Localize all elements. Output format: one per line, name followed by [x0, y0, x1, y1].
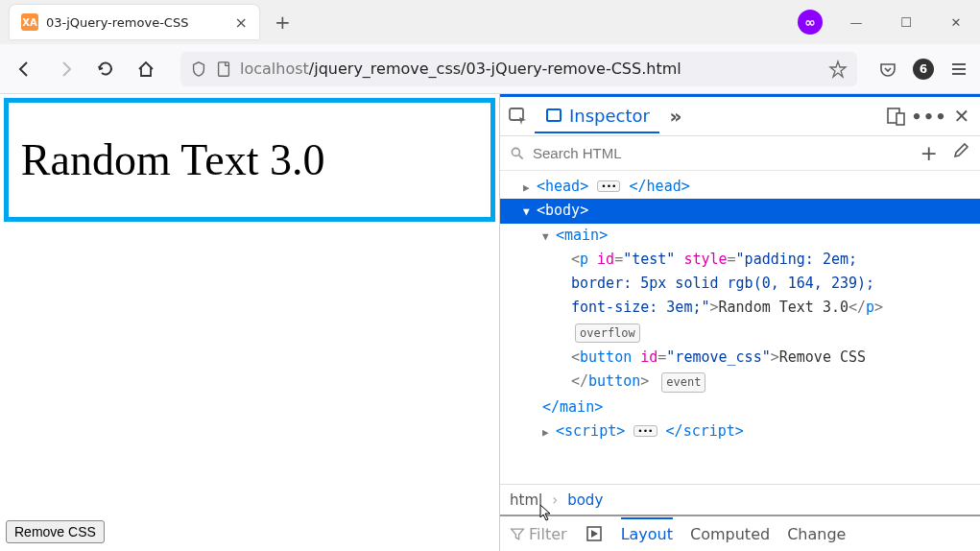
back-button[interactable] [12, 56, 38, 83]
chevron-right-icon: › [552, 491, 558, 509]
devtools-bottom-tabs: Filter Layout Computed Change [500, 515, 980, 551]
shield-icon [190, 60, 207, 78]
remove-css-button[interactable]: Remove CSS [6, 520, 105, 543]
bookmark-star-icon[interactable] [828, 60, 848, 79]
svg-rect-4 [896, 113, 904, 125]
new-tab-button[interactable]: + [267, 7, 299, 37]
tab-title: 03-jQuery-remove-CSS [46, 15, 235, 30]
filter-styles[interactable]: Filter [510, 525, 567, 543]
tab-inspector[interactable]: Inspector [535, 100, 659, 133]
menu-icon[interactable] [949, 60, 968, 79]
page-viewport: Random Text 3.0 Remove CSS [0, 94, 499, 551]
dom-tree[interactable]: ▶<head> ••• </head> ▼<body> ▼<main> <p i… [500, 171, 980, 484]
minimize-icon[interactable]: — [840, 9, 872, 36]
url-text: localhost/jquery_remove_css/03-jQuery-re… [240, 60, 681, 78]
pick-element-icon[interactable] [508, 106, 529, 127]
maximize-icon[interactable]: ☐ [890, 9, 922, 36]
crumb-html[interactable]: html [510, 491, 542, 509]
tab-changes[interactable]: Change [787, 525, 846, 543]
svg-point-5 [512, 148, 519, 156]
browser-tab[interactable]: XA 03-jQuery-remove-CSS × [10, 5, 259, 39]
address-bar[interactable]: localhost/jquery_remove_css/03-jQuery-re… [180, 52, 857, 86]
browser-toolbar: localhost/jquery_remove_css/03-jQuery-re… [0, 44, 980, 94]
pocket-icon[interactable] [878, 60, 897, 79]
tree-button-element[interactable]: <button id="remove_css">Remove CSS [500, 346, 980, 370]
more-tabs-icon[interactable]: » [665, 106, 686, 127]
devtools-search-bar: + [500, 136, 980, 171]
tree-p-element[interactable]: <p id="test" style="padding: 2em; [500, 248, 980, 272]
reload-button[interactable] [92, 56, 119, 83]
svg-rect-0 [219, 61, 229, 75]
toggle-pseudo-icon[interactable] [585, 524, 604, 543]
tab-layout[interactable]: Layout [621, 517, 673, 543]
filter-icon [510, 526, 525, 541]
responsive-icon[interactable] [886, 106, 907, 127]
page-icon [215, 60, 232, 78]
close-devtools-icon[interactable]: ✕ [951, 106, 972, 127]
devtools-tabs: Inspector » ••• ✕ [500, 94, 980, 136]
tree-p-line3[interactable]: font-size: 3em;">Random Text 3.0</p> [500, 296, 980, 320]
tree-button-close[interactable]: </button> event [500, 370, 980, 395]
tree-head[interactable]: ▶<head> ••• </head> [500, 175, 980, 199]
tree-script[interactable]: ▶<script> ••• </script> [500, 419, 980, 443]
rendered-text: Random Text 3.0 [21, 133, 478, 186]
notification-badge[interactable]: 6 [913, 59, 934, 80]
window-titlebar: XA 03-jQuery-remove-CSS × + ∞ — ☐ ✕ [0, 0, 980, 44]
crumb-body[interactable]: body [567, 491, 603, 509]
extension-icon[interactable]: ∞ [798, 10, 823, 35]
overflow-pill[interactable]: overflow [500, 321, 980, 347]
close-window-icon[interactable]: ✕ [940, 9, 972, 36]
forward-button [52, 56, 79, 83]
search-icon [510, 146, 525, 161]
breadcrumb-bar: html › body [500, 484, 980, 515]
close-tab-icon[interactable]: × [235, 13, 248, 32]
home-button[interactable] [132, 56, 159, 83]
eyedropper-icon[interactable] [951, 141, 970, 165]
tab-computed[interactable]: Computed [690, 525, 770, 543]
search-html-input[interactable] [533, 145, 913, 161]
add-node-icon[interactable]: + [920, 141, 938, 165]
kebab-icon[interactable]: ••• [919, 106, 940, 127]
tree-p-line2[interactable]: border: 5px solid rgb(0, 164, 239); [500, 272, 980, 296]
tree-body[interactable]: ▼<body> [500, 199, 980, 223]
svg-rect-2 [547, 109, 561, 121]
tree-main[interactable]: ▼<main> [500, 224, 980, 248]
tree-main-close[interactable]: </main> [500, 395, 980, 419]
test-paragraph: Random Text 3.0 [4, 98, 495, 222]
devtools-panel: Inspector » ••• ✕ + ▶<head> ••• </h [499, 94, 980, 551]
xampp-icon: XA [21, 13, 38, 31]
